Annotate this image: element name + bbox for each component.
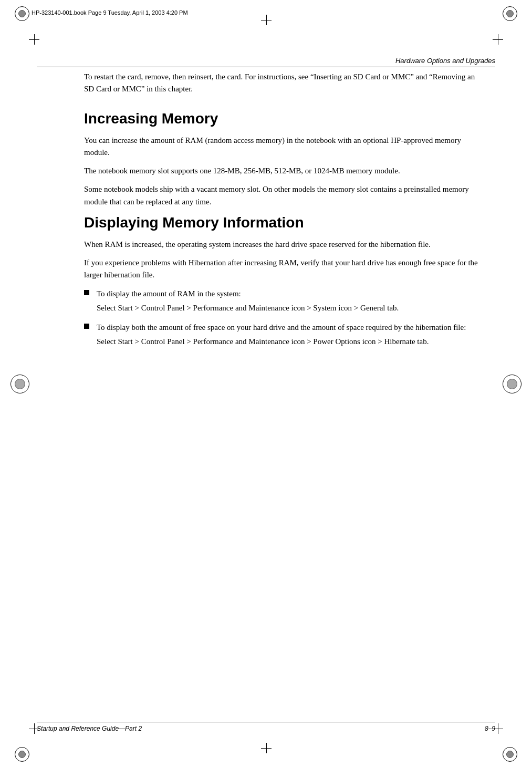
chapter-header: Hardware Options and Upgrades: [37, 57, 495, 67]
list-item: To display both the amount of free space…: [84, 321, 485, 348]
bullet-content-1: To display the amount of RAM in the syst…: [97, 288, 485, 315]
section2-intro1: When RAM is increased, the operating sys…: [84, 238, 485, 251]
top-header-text: HP-323140-001.book Page 9 Tuesday, April…: [32, 9, 188, 16]
corner-mark-top-left: [15, 6, 29, 21]
section1-para2: The notebook memory slot supports one 12…: [84, 165, 485, 177]
bullet-main-2: To display both the amount of free space…: [97, 323, 466, 331]
bullet-square-2: [84, 324, 89, 329]
bullet-content-2: To display both the amount of free space…: [97, 321, 485, 348]
crosshair-top-right: [493, 34, 503, 45]
crosshair-top-center: [261, 15, 272, 25]
reg-mark-left: [11, 375, 29, 393]
footer-right-text: 8–9: [485, 725, 495, 732]
corner-mark-top-right: [503, 6, 517, 21]
reg-mark-right: [503, 375, 521, 393]
intro-paragraph: To restart the card, remove, then reinse…: [84, 71, 485, 96]
crosshair-top-left: [29, 34, 39, 45]
page-footer: Startup and Reference Guide—Part 2 8–9: [37, 722, 495, 732]
footer-left-text: Startup and Reference Guide—Part 2: [37, 725, 142, 732]
bullet-sub-2: Select Start > Control Panel > Performan…: [97, 336, 485, 348]
corner-mark-bottom-right: [503, 747, 517, 762]
bullet-square-1: [84, 290, 89, 295]
main-content: To restart the card, remove, then reinse…: [84, 71, 485, 356]
section2-intro2: If you experience problems with Hibernat…: [84, 257, 485, 282]
bullet-list: To display the amount of RAM in the syst…: [84, 288, 485, 348]
section1-para3: Some notebook models ship with a vacant …: [84, 183, 485, 208]
corner-mark-bottom-left: [15, 747, 29, 762]
section1-heading: Increasing Memory: [84, 110, 485, 127]
bullet-main-1: To display the amount of RAM in the syst…: [97, 289, 241, 298]
section2-heading: Displaying Memory Information: [84, 214, 485, 231]
chapter-title: Hardware Options and Upgrades: [395, 57, 495, 65]
bullet-sub-1: Select Start > Control Panel > Performan…: [97, 302, 485, 314]
list-item: To display the amount of RAM in the syst…: [84, 288, 485, 315]
section1-para1: You can increase the amount of RAM (rand…: [84, 134, 485, 159]
crosshair-bottom-center: [261, 743, 272, 753]
